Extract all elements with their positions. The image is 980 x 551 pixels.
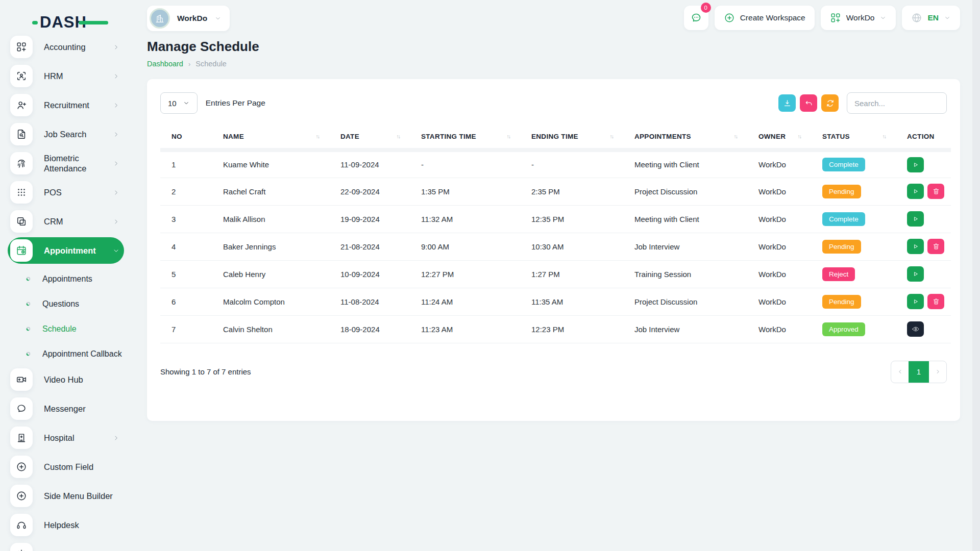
workdo-menu-button[interactable]: WorkDo (821, 6, 896, 30)
cell-owner: WorkDo (748, 288, 812, 315)
sidebar-item-side-menu-builder[interactable]: Side Menu Builder (8, 483, 124, 509)
app-logo[interactable]: DASH (40, 13, 87, 32)
column-header-starting-time[interactable]: STARTING TIME↑↓ (411, 125, 521, 150)
sidebar-item-label: Hospital (44, 433, 112, 443)
job-search-icon (16, 129, 27, 140)
delete-button[interactable] (927, 184, 944, 199)
column-label: STATUS (822, 133, 850, 140)
helpdesk-icon-box (10, 514, 33, 536)
accounting-icon (16, 41, 27, 53)
settings-icon (16, 548, 27, 551)
sidebar-subitem-label: Schedule (42, 324, 77, 334)
column-header-status[interactable]: STATUS↑↓ (812, 125, 897, 150)
status-badge: Complete (822, 212, 865, 226)
column-label: NO (172, 133, 182, 140)
cell-starting-time: 11:32 AM (411, 205, 521, 233)
sidebar-item-appointment[interactable]: Appointment (8, 237, 124, 264)
chevron-down-icon (183, 99, 190, 107)
sidebar-item-helpdesk[interactable]: Helpdesk (8, 512, 124, 538)
table-row: 6Malcolm Compton11-08-202411:24 AM11:35 … (160, 288, 951, 315)
video-hub-icon-box (10, 368, 33, 391)
cell-ending-time: - (521, 150, 624, 178)
column-header-name[interactable]: NAME↑↓ (213, 125, 330, 150)
column-header-owner[interactable]: OWNER↑↓ (748, 125, 812, 150)
cell-action (897, 315, 951, 343)
column-header-action: ACTION (897, 125, 951, 150)
delete-button[interactable] (927, 294, 944, 309)
cell-name: Malcolm Compton (213, 288, 330, 315)
cell-status: Complete (812, 205, 897, 233)
table-body: 1Kuame White11-09-2024--Meeting with Cli… (160, 150, 951, 343)
download-button[interactable] (778, 94, 796, 112)
sidebar-item-video-hub[interactable]: Video Hub (8, 366, 124, 393)
view-button[interactable] (907, 321, 924, 337)
sort-icon: ↑↓ (798, 133, 801, 139)
schedule-card: 10 Entries Per Page NONAME↑↓DATE↑↓STARTI… (147, 79, 960, 421)
refresh-button[interactable] (821, 94, 839, 112)
language-selector[interactable]: EN (902, 6, 960, 30)
page-scrollbar[interactable] (972, 0, 980, 551)
column-label: ACTION (907, 133, 935, 140)
sidebar-item-recruitment[interactable]: Recruitment (8, 92, 124, 118)
sidebar-item-label: Biometric Attendance (44, 153, 112, 173)
column-header-ending-time[interactable]: ENDING TIME↑↓ (521, 125, 624, 150)
pagination-next-button[interactable] (929, 361, 946, 383)
crm-icon (16, 216, 27, 227)
sidebar-subitem-label: Appointments (42, 274, 92, 284)
sidebar-item-settings[interactable]: Settings (8, 541, 124, 551)
sidebar-item-label: Helpdesk (44, 520, 124, 530)
schedule-table: NONAME↑↓DATE↑↓STARTING TIME↑↓ENDING TIME… (160, 125, 951, 343)
entries-per-page-label: Entries Per Page (206, 98, 265, 108)
cell-ending-time: 2:35 PM (521, 178, 624, 205)
play-button[interactable] (907, 184, 924, 199)
column-header-appointments[interactable]: APPOINTMENTS↑↓ (624, 125, 748, 150)
column-header-no: NO (160, 125, 213, 150)
sidebar-subitem-schedule[interactable]: Schedule (0, 316, 138, 341)
sidebar-item-hospital[interactable]: Hospital (8, 424, 124, 451)
sort-icon: ↑↓ (883, 133, 886, 139)
sidebar-item-pos[interactable]: POS (8, 179, 124, 206)
breadcrumb-dashboard-link[interactable]: Dashboard (147, 60, 183, 68)
sidebar-item-custom-field[interactable]: Custom Field (8, 454, 124, 480)
column-header-date[interactable]: DATE↑↓ (330, 125, 411, 150)
play-button[interactable] (907, 211, 924, 227)
sidebar-item-crm[interactable]: CRM (8, 208, 124, 235)
entries-per-page-select[interactable]: 10 (160, 92, 198, 114)
cell-status: Complete (812, 150, 897, 178)
message-count-badge: 0 (701, 3, 711, 13)
play-button[interactable] (907, 239, 924, 254)
sidebar-item-hrm[interactable]: HRM (8, 63, 124, 89)
play-button[interactable] (907, 266, 924, 282)
undo-button[interactable] (800, 94, 817, 112)
sidebar-item-messenger[interactable]: Messenger (8, 395, 124, 422)
sidebar-subitem-appointments[interactable]: Appointments (0, 266, 138, 291)
delete-button[interactable] (927, 239, 944, 254)
logo-accent-bar (79, 21, 108, 24)
pagination-page-1[interactable]: 1 (909, 361, 929, 383)
messages-button[interactable]: 0 (684, 6, 708, 30)
cell-date: 22-09-2024 (330, 178, 411, 205)
search-input[interactable] (847, 92, 947, 114)
play-button[interactable] (907, 157, 924, 172)
pagination-prev-button[interactable] (891, 361, 909, 383)
column-label: ENDING TIME (531, 133, 578, 140)
sidebar-item-biometric-attendance[interactable]: Biometric Attendance (8, 150, 124, 177)
sidebar-subitem-appointment-callback[interactable]: Appointment Callback (0, 341, 138, 366)
play-button[interactable] (907, 294, 924, 309)
cell-no: 7 (160, 315, 213, 343)
building-icon (154, 13, 165, 24)
cell-no: 4 (160, 233, 213, 260)
sidebar-item-job-search[interactable]: Job Search (8, 121, 124, 147)
status-badge: Pending (822, 185, 861, 198)
table-row: 1Kuame White11-09-2024--Meeting with Cli… (160, 150, 951, 178)
sidebar-item-accounting[interactable]: Accounting (8, 34, 124, 60)
sort-icon: ↑↓ (610, 133, 614, 139)
bullet-donut-icon (24, 275, 32, 283)
sidebar-item-label: Appointment (44, 245, 112, 256)
pos-icon-box (10, 181, 33, 204)
workspace-selector[interactable]: WorkDo (147, 6, 230, 31)
sidebar-subitem-questions[interactable]: Questions (0, 291, 138, 316)
chevron-down-icon (112, 247, 120, 255)
cell-starting-time: 11:24 AM (411, 288, 521, 315)
create-workspace-button[interactable]: Create Workspace (715, 6, 815, 30)
